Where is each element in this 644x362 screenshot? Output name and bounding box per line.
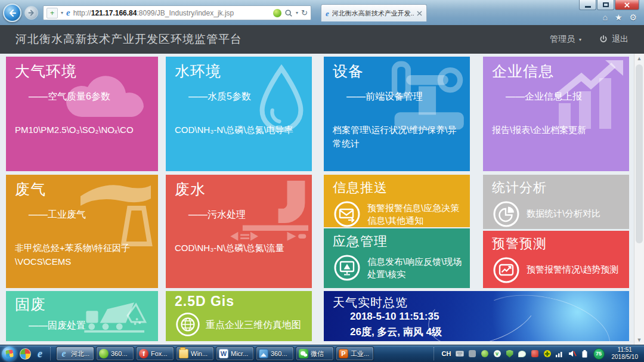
home-icon[interactable]: ⌂ <box>602 13 607 22</box>
address-bar[interactable]: + ▾ e http://121.17.166.84:8099/JB_Indus… <box>43 5 311 20</box>
tile-emergency-management[interactable]: 应急管理 信息发布\响应反馈\现场处置\核实 <box>324 228 470 288</box>
tile-desc: COD\NH₃-N\总磷\总氮\电导率 <box>175 123 306 137</box>
tray-red-app-icon[interactable] <box>531 349 539 358</box>
trend-chart-icon <box>492 256 521 284</box>
keyboard-icon[interactable] <box>456 349 464 358</box>
tile-waste-water[interactable]: 废水 ——污水处理 COD\NH₃-N\总磷\总氮\流量 <box>166 175 312 288</box>
forward-arrow-icon <box>27 9 35 17</box>
tile-waste-gas[interactable]: 废气 ——工业废气 非甲烷总烃+苯系物\特征因子\VOCS\CEMS <box>6 175 158 288</box>
compatibility-view-icon[interactable]: + <box>47 8 58 18</box>
start-button[interactable] <box>2 346 17 361</box>
tile-info-push[interactable]: 信息推送 预警报警信息\应急决策信息\其他通知 <box>324 175 470 227</box>
battery-saver-icon[interactable]: ✚ <box>543 349 552 358</box>
logout-button[interactable]: 退出 <box>599 34 628 45</box>
scrollbar-thumb[interactable] <box>636 64 643 243</box>
maximize-button[interactable] <box>597 0 614 10</box>
logout-label: 退出 <box>612 34 628 45</box>
back-arrow-icon <box>8 8 17 18</box>
tile-title: 企业信息 <box>492 61 554 81</box>
alert-monitor-icon <box>333 253 361 282</box>
tile-title: 2.5D Gis <box>175 293 234 310</box>
taskbar-button-word[interactable]: W Micr... <box>216 346 254 361</box>
wechat-icon <box>299 349 308 358</box>
weather-datetime: 2018-5-10 11:51:35 <box>350 311 439 323</box>
security-shield-icon[interactable] <box>506 349 514 358</box>
tile-solid-waste[interactable]: 固废 ——固废处置 <box>6 291 158 341</box>
search-icon[interactable] <box>284 9 293 17</box>
weather-condition: 26度, 多云, 南风 4级 <box>350 325 442 339</box>
tile-subtitle: ——固废处置 <box>29 320 86 332</box>
minimize-icon <box>585 6 591 8</box>
360-safe-launcher-icon[interactable] <box>18 347 32 360</box>
tile-water-environment[interactable]: 水环境 ——水质5参数 COD\NH₃-N\总磷\总氮\电导率 <box>166 57 312 171</box>
search-dropdown-icon[interactable]: ▾ <box>296 10 298 16</box>
scroll-up-icon[interactable]: ▲ <box>634 54 644 63</box>
tile-desc: 非甲烷总烃+苯系物\特征因子\VOCS\CEMS <box>15 242 152 268</box>
task-label: Fox... <box>151 350 168 357</box>
tile-desc: 信息发布\响应反馈\现场处置\核实 <box>367 255 465 280</box>
browser-tab[interactable]: e 河北衡水高新技术产业开发... <box>321 4 427 21</box>
tile-subtitle: ——企业信息上报 <box>506 91 582 103</box>
task-label: 微信 <box>311 349 324 358</box>
back-button[interactable] <box>3 4 21 22</box>
taskbar-button-wechat[interactable]: 微信 <box>296 346 334 361</box>
tile-device[interactable]: 设备 ——前端设备管理 档案管理\运行状况\维护保养\异常统计 <box>324 57 470 171</box>
tab-close-icon[interactable] <box>417 11 422 16</box>
tile-25d-gis[interactable]: 2.5D Gis 重点企业三维仿真地图 <box>166 291 312 341</box>
volume-muted-icon[interactable] <box>568 349 577 358</box>
tile-warning-forecast[interactable]: 预警预测 预警报警情况\趋势预测 <box>483 231 629 288</box>
favorites-icon[interactable]: ★ <box>615 13 623 22</box>
settings-gear-icon[interactable]: ⚙ <box>629 13 637 22</box>
forward-button[interactable] <box>24 6 38 20</box>
ie-tab-icon: e <box>326 10 329 17</box>
tile-desc: COD\NH₃-N\总磷\总氮\流量 <box>175 242 306 255</box>
language-indicator[interactable]: CH <box>442 350 451 357</box>
url-text[interactable]: http://121.17.166.84:8099/JB_Industry/in… <box>73 9 270 17</box>
close-button[interactable] <box>615 0 639 10</box>
page-header: 河北衡水高新技术产业开发区环境监管平台 管理员 ▾ 退出 <box>0 25 644 54</box>
360-browser-tray-icon[interactable] <box>481 349 489 358</box>
tile-title: 信息推送 <box>333 179 470 197</box>
page-title: 河北衡水高新技术产业开发区环境监管平台 <box>16 32 242 47</box>
scroll-down-icon[interactable]: ▼ <box>634 335 644 345</box>
taskbar-button-360-pictures[interactable]: 360... <box>256 346 294 361</box>
task-label: 河北... <box>71 349 89 358</box>
pie-chart-icon <box>492 200 521 228</box>
user-menu-label: 管理员 <box>550 34 575 45</box>
tile-weather-overview[interactable]: 天气实时总览 2018-5-10 11:51:35 26度, 多云, 南风 4级 <box>324 291 629 341</box>
user-menu[interactable]: 管理员 ▾ <box>550 34 581 45</box>
ie-page-icon: e <box>66 8 70 17</box>
taskbar-button-ie[interactable]: e 河北... <box>56 346 94 361</box>
tile-title: 水环境 <box>175 61 221 81</box>
ie-launcher-icon[interactable]: e <box>33 347 47 360</box>
refresh-icon[interactable]: ↻ <box>301 8 308 17</box>
tile-desc: PM10\PM2.5\O₃\SO₂\NOₓ\CO <box>15 123 152 137</box>
task-label: 工业... <box>351 349 369 358</box>
battery-icon[interactable] <box>581 349 589 358</box>
battery-percent-badge[interactable]: 75 <box>593 348 605 360</box>
network-signal-icon[interactable] <box>556 349 564 358</box>
360-safety-icon[interactable] <box>273 9 281 17</box>
minimize-button[interactable] <box>579 0 596 10</box>
tab-title: 河北衡水高新技术产业开发... <box>332 9 414 18</box>
close-icon <box>624 2 630 8</box>
taskbar-button-foxmail[interactable]: f Fox... <box>136 346 174 361</box>
system-tray: CH v ✚ 75 11:51 2018/5/10 <box>432 346 642 361</box>
tray-clock[interactable]: 11:51 2018/5/10 <box>609 346 642 361</box>
picture-viewer-icon <box>259 349 268 358</box>
tile-statistics-analysis[interactable]: 统计分析 数据统计\分析对比 <box>483 175 629 229</box>
address-dropdown-icon[interactable]: ▾ <box>61 10 63 16</box>
wechat-tray-icon[interactable] <box>518 349 527 358</box>
tile-enterprise-info[interactable]: 企业信息 ——企业信息上报 报告\报表\企业档案更新 <box>483 57 629 171</box>
tray-divider <box>434 347 436 360</box>
taskbar-button-360-browser[interactable]: 360... <box>96 346 134 361</box>
scrollbar[interactable]: ▲ ▼ <box>634 54 644 345</box>
tile-air-environment[interactable]: 大气环境 ——空气质量6参数 PM10\PM2.5\O₃\SO₂\NOₓ\CO <box>6 57 158 171</box>
tray-app-icon[interactable] <box>468 349 476 358</box>
tile-subtitle: ——前端设备管理 <box>346 91 423 103</box>
taskbar-button-powerpoint[interactable]: P 工业... <box>336 346 374 361</box>
window-controls <box>578 0 639 10</box>
driver-tool-tray-icon[interactable]: v <box>493 349 501 358</box>
taskbar-button-explorer[interactable]: Win... <box>176 346 214 361</box>
task-label: Win... <box>191 350 208 357</box>
